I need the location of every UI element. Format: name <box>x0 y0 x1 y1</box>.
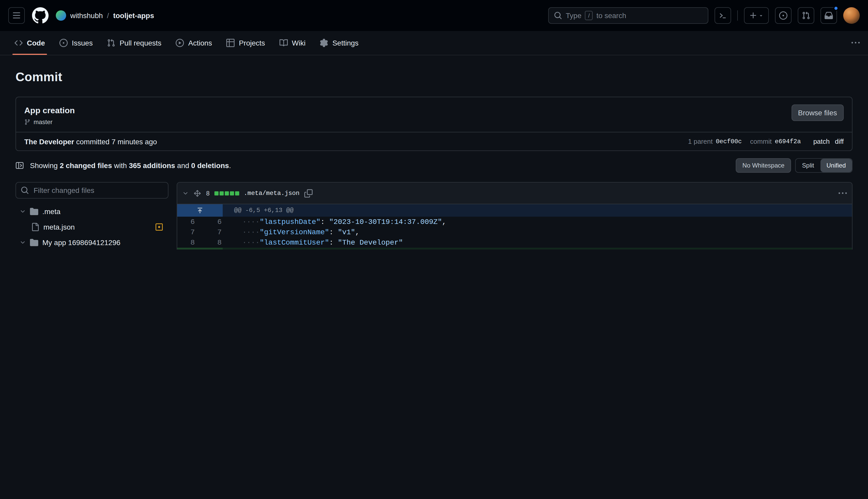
no-whitespace-button[interactable]: No Whitespace <box>736 158 791 173</box>
issues-button[interactable] <box>775 7 792 24</box>
diff-view-segmented-control: Split Unified <box>795 158 853 173</box>
tab-actions[interactable]: Actions <box>170 31 218 55</box>
pull-requests-button[interactable] <box>798 7 814 24</box>
search-input[interactable]: Type / to search <box>548 7 708 24</box>
branch-name[interactable]: master <box>34 119 52 126</box>
file-tree-list: .metameta.jsonMy app 1698694121296v1.jso… <box>15 204 168 250</box>
expand-hunk-button[interactable] <box>177 204 223 217</box>
tab-settings[interactable]: Settings <box>314 31 365 55</box>
content-columns: .metameta.jsonMy app 1698694121296v1.jso… <box>15 182 853 250</box>
notification-dot <box>833 6 839 11</box>
hunk-row: @@ -6,5 +6,13 @@ <box>177 204 852 217</box>
tab-issues[interactable]: Issues <box>53 31 99 55</box>
tab-label: Code <box>27 39 45 47</box>
diff-view-controls: No Whitespace Split Unified <box>736 158 853 173</box>
file-tree-toggle-icon[interactable] <box>15 161 24 170</box>
owner-avatar <box>56 10 66 21</box>
code-icon <box>14 39 23 47</box>
line-number-old[interactable] <box>177 248 200 250</box>
tab-label: Settings <box>332 39 358 47</box>
tab-label: Pull requests <box>119 39 162 47</box>
notifications-button[interactable] <box>820 7 837 24</box>
create-new-button[interactable] <box>744 7 769 24</box>
command-palette-button[interactable] <box>715 7 731 24</box>
plus-icon <box>749 11 757 20</box>
diff-row-context: 77····"gitVersionName": "v1", <box>177 227 852 238</box>
tab-projects[interactable]: Projects <box>221 31 271 55</box>
summary-deletions: 0 deletions <box>191 161 229 170</box>
git-pull-request-icon <box>107 39 115 47</box>
split-view-segment[interactable]: Split <box>796 159 820 172</box>
tab-wiki[interactable]: Wiki <box>273 31 312 55</box>
play-icon <box>176 39 184 47</box>
commit-action-text: committed 7 minutes ago <box>74 137 157 146</box>
browse-files-button[interactable]: Browse files <box>791 105 844 121</box>
summary-suffix: . <box>229 161 231 170</box>
gear-icon <box>320 39 328 47</box>
commit-author-line: The Developer committed 7 minutes ago <box>24 137 157 146</box>
diff-summary: Showing 2 changed files with 365 additio… <box>30 161 231 170</box>
tab-label: Wiki <box>292 39 306 47</box>
patch-link[interactable]: patch <box>813 137 830 145</box>
tree-item-.meta[interactable]: .meta <box>15 204 168 219</box>
breadcrumb-repo[interactable]: tooljet-apps <box>113 11 154 20</box>
commit-message-title: App creation <box>24 105 75 117</box>
diffstat-square <box>219 191 224 195</box>
issue-opened-icon <box>60 39 68 47</box>
nav-overflow-kebab-icon[interactable] <box>852 39 860 47</box>
user-avatar[interactable] <box>843 7 860 24</box>
tab-code[interactable]: Code <box>8 31 51 55</box>
chevron-down-icon <box>20 208 26 215</box>
parent-sha-link[interactable]: 0ecf00c <box>716 138 742 145</box>
chevron-down-icon[interactable] <box>183 190 189 196</box>
changed-lines-count: 8 <box>206 190 210 197</box>
diffstat-square <box>230 191 234 195</box>
repo-nav-tabs: CodeIssuesPull requestsActionsProjectsWi… <box>8 31 365 55</box>
code-line: ····"gitVersionName": "v1", <box>231 227 852 238</box>
diffstat-square <box>214 191 218 195</box>
header-actions: Type / to search <box>548 7 860 24</box>
commit-card-top: App creation master Browse files <box>16 97 852 132</box>
commit-card: App creation master Browse files The Dev… <box>15 97 853 151</box>
parent-label: 1 parent <box>688 137 713 145</box>
diff-file-card: 8.meta/meta.json@@ -6,5 +6,13 @@66····"l… <box>177 182 853 250</box>
filter-changed-files-input[interactable] <box>15 182 168 198</box>
tree-item-label: My app 1698694121296 <box>42 239 121 247</box>
diff-row-context: 88····"lastCommitUser": "The Developer" <box>177 238 852 248</box>
inbox-icon <box>825 11 833 20</box>
main-content: Commit App creation master Browse files … <box>0 55 868 250</box>
search-placeholder-prefix: Type <box>566 11 581 20</box>
kebab-icon[interactable] <box>839 189 847 197</box>
drag-handle-icon[interactable] <box>193 189 201 197</box>
summary-prefix: Showing <box>30 161 60 170</box>
github-logo-icon[interactable] <box>32 7 49 24</box>
summary-files-changed: 2 changed files <box>60 161 112 170</box>
code-line: ··}, <box>223 248 852 250</box>
copy-icon[interactable] <box>304 189 312 197</box>
chevron-down-icon <box>20 240 26 246</box>
repo-nav: CodeIssuesPull requestsActionsProjectsWi… <box>0 31 868 55</box>
breadcrumb-owner[interactable]: withshubh <box>70 11 103 20</box>
summary-mid1: with <box>112 161 129 170</box>
line-number-new[interactable]: 7 <box>204 227 227 238</box>
hamburger-menu-button[interactable] <box>8 7 25 24</box>
tree-item-my-app-1698694121296[interactable]: My app 1698694121296 <box>15 235 168 250</box>
line-number-new[interactable]: 6 <box>204 217 227 227</box>
unified-view-segment[interactable]: Unified <box>820 159 852 172</box>
breadcrumb: withshubh / tooljet-apps <box>56 10 154 21</box>
issue-opened-icon <box>779 11 788 20</box>
diff-link[interactable]: diff <box>835 137 844 145</box>
tab-label: Actions <box>188 39 212 47</box>
commit-author[interactable]: The Developer <box>24 137 74 146</box>
tree-item-meta.json[interactable]: meta.json <box>15 219 168 235</box>
line-number-old[interactable]: 7 <box>177 227 200 238</box>
page-title: Commit <box>15 70 853 84</box>
line-number-new[interactable]: 9 <box>200 248 223 250</box>
patch-diff-links: patch diff <box>813 137 844 145</box>
tab-pull-requests[interactable]: Pull requests <box>101 31 168 55</box>
tree-item-label: meta.json <box>43 223 75 231</box>
summary-mid2: and <box>175 161 191 170</box>
line-number-old[interactable]: 8 <box>177 238 200 248</box>
line-number-old[interactable]: 6 <box>177 217 200 227</box>
line-number-new[interactable]: 8 <box>204 238 227 248</box>
